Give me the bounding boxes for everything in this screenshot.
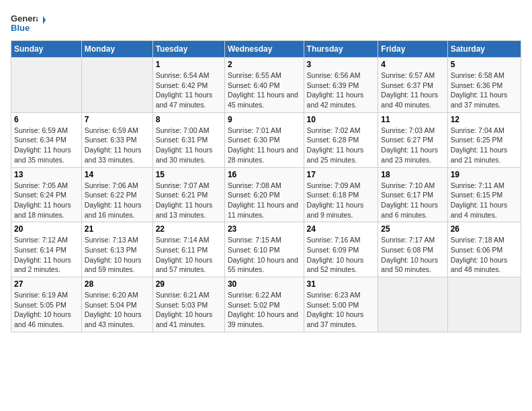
calendar-cell: 3 Sunrise: 6:56 AM Sunset: 6:39 PM Dayli…: [304, 58, 378, 113]
logo: General Blue: [11, 11, 46, 35]
calendar-cell: 17 Sunrise: 7:09 AM Sunset: 6:18 PM Dayl…: [304, 167, 378, 222]
day-number: 6: [14, 115, 79, 124]
day-info: Sunrise: 7:10 AM Sunset: 6:17 PM Dayligh…: [381, 181, 444, 220]
day-number: 1: [156, 60, 222, 69]
day-info: Sunrise: 6:56 AM Sunset: 6:39 PM Dayligh…: [307, 71, 375, 110]
week-row-1: 6 Sunrise: 6:59 AM Sunset: 6:34 PM Dayli…: [11, 112, 521, 167]
calendar-cell: 30 Sunrise: 6:22 AM Sunset: 5:02 PM Dayl…: [224, 277, 304, 332]
day-info: Sunrise: 7:02 AM Sunset: 6:28 PM Dayligh…: [307, 126, 375, 165]
calendar-cell: 1 Sunrise: 6:54 AM Sunset: 6:42 PM Dayli…: [152, 58, 224, 113]
header: General Blue: [11, 11, 521, 35]
day-number: 30: [228, 279, 301, 289]
svg-text:Blue: Blue: [11, 23, 30, 33]
day-number: 31: [307, 279, 375, 289]
day-info: Sunrise: 6:54 AM Sunset: 6:42 PM Dayligh…: [156, 71, 222, 110]
calendar-cell: 16 Sunrise: 7:08 AM Sunset: 6:20 PM Dayl…: [224, 167, 304, 222]
day-number: 15: [156, 170, 222, 179]
calendar-cell: 9 Sunrise: 7:01 AM Sunset: 6:30 PM Dayli…: [224, 112, 304, 167]
day-info: Sunrise: 7:17 AM Sunset: 6:08 PM Dayligh…: [381, 235, 444, 275]
day-info: Sunrise: 6:21 AM Sunset: 5:03 PM Dayligh…: [156, 290, 222, 330]
calendar-cell: 12 Sunrise: 7:04 AM Sunset: 6:25 PM Dayl…: [447, 112, 521, 167]
weekday-row: SundayMondayTuesdayWednesdayThursdayFrid…: [11, 41, 521, 58]
calendar-cell: 11 Sunrise: 7:03 AM Sunset: 6:27 PM Dayl…: [378, 112, 447, 167]
day-number: 4: [381, 60, 444, 69]
day-number: 7: [85, 115, 150, 124]
day-number: 29: [156, 279, 222, 289]
day-number: 23: [228, 224, 301, 234]
calendar-cell: 13 Sunrise: 7:05 AM Sunset: 6:24 PM Dayl…: [11, 167, 82, 222]
weekday-header-wednesday: Wednesday: [224, 41, 304, 58]
day-number: 26: [451, 224, 518, 234]
week-row-3: 20 Sunrise: 7:12 AM Sunset: 6:14 PM Dayl…: [11, 222, 521, 277]
day-info: Sunrise: 7:15 AM Sunset: 6:10 PM Dayligh…: [228, 235, 301, 275]
day-number: 28: [85, 279, 150, 289]
week-row-2: 13 Sunrise: 7:05 AM Sunset: 6:24 PM Dayl…: [11, 167, 521, 222]
day-number: 19: [451, 170, 518, 179]
day-info: Sunrise: 7:04 AM Sunset: 6:25 PM Dayligh…: [451, 126, 518, 165]
logo-arrow-icon: [32, 13, 46, 27]
calendar-table: SundayMondayTuesdayWednesdayThursdayFrid…: [11, 40, 521, 332]
day-info: Sunrise: 6:22 AM Sunset: 5:02 PM Dayligh…: [228, 290, 301, 330]
calendar-cell: 20 Sunrise: 7:12 AM Sunset: 6:14 PM Dayl…: [11, 222, 82, 277]
week-row-0: 1 Sunrise: 6:54 AM Sunset: 6:42 PM Dayli…: [11, 58, 521, 113]
day-number: 21: [85, 224, 150, 234]
day-info: Sunrise: 7:05 AM Sunset: 6:24 PM Dayligh…: [14, 181, 79, 220]
day-number: 18: [381, 170, 444, 179]
calendar-cell: 27 Sunrise: 6:19 AM Sunset: 5:05 PM Dayl…: [11, 277, 82, 332]
day-info: Sunrise: 7:08 AM Sunset: 6:20 PM Dayligh…: [228, 181, 301, 220]
day-number: 9: [228, 115, 301, 124]
day-number: 13: [14, 170, 79, 179]
day-info: Sunrise: 7:11 AM Sunset: 6:15 PM Dayligh…: [451, 181, 518, 220]
day-number: 12: [451, 115, 518, 124]
day-number: 16: [228, 170, 301, 179]
day-number: 27: [14, 279, 79, 289]
weekday-header-friday: Friday: [378, 41, 447, 58]
calendar-cell: [81, 58, 152, 113]
calendar-cell: 5 Sunrise: 6:58 AM Sunset: 6:36 PM Dayli…: [447, 58, 521, 113]
day-number: 22: [156, 224, 222, 234]
day-info: Sunrise: 7:07 AM Sunset: 6:21 PM Dayligh…: [156, 181, 222, 220]
calendar-cell: 25 Sunrise: 7:17 AM Sunset: 6:08 PM Dayl…: [378, 222, 447, 277]
day-info: Sunrise: 7:01 AM Sunset: 6:30 PM Dayligh…: [228, 126, 301, 165]
weekday-header-sunday: Sunday: [11, 41, 82, 58]
calendar-cell: 19 Sunrise: 7:11 AM Sunset: 6:15 PM Dayl…: [447, 167, 521, 222]
calendar-cell: 23 Sunrise: 7:15 AM Sunset: 6:10 PM Dayl…: [224, 222, 304, 277]
weekday-header-monday: Monday: [81, 41, 152, 58]
day-info: Sunrise: 6:57 AM Sunset: 6:37 PM Dayligh…: [381, 71, 444, 110]
calendar-cell: 18 Sunrise: 7:10 AM Sunset: 6:17 PM Dayl…: [378, 167, 447, 222]
weekday-header-tuesday: Tuesday: [152, 41, 224, 58]
day-info: Sunrise: 6:58 AM Sunset: 6:36 PM Dayligh…: [451, 71, 518, 110]
day-number: 14: [85, 170, 150, 179]
day-info: Sunrise: 7:03 AM Sunset: 6:27 PM Dayligh…: [381, 126, 444, 165]
calendar-cell: 26 Sunrise: 7:18 AM Sunset: 6:06 PM Dayl…: [447, 222, 521, 277]
day-info: Sunrise: 6:23 AM Sunset: 5:00 PM Dayligh…: [307, 290, 375, 330]
weekday-header-thursday: Thursday: [304, 41, 378, 58]
calendar-cell: [447, 277, 521, 332]
day-number: 8: [156, 115, 222, 124]
calendar-cell: 31 Sunrise: 6:23 AM Sunset: 5:00 PM Dayl…: [304, 277, 378, 332]
calendar-cell: 14 Sunrise: 7:06 AM Sunset: 6:22 PM Dayl…: [81, 167, 152, 222]
calendar-cell: 21 Sunrise: 7:13 AM Sunset: 6:13 PM Dayl…: [81, 222, 152, 277]
svg-marker-2: [35, 16, 46, 24]
day-number: 17: [307, 170, 375, 179]
calendar-cell: 24 Sunrise: 7:16 AM Sunset: 6:09 PM Dayl…: [304, 222, 378, 277]
calendar-cell: 28 Sunrise: 6:20 AM Sunset: 5:04 PM Dayl…: [81, 277, 152, 332]
day-info: Sunrise: 6:20 AM Sunset: 5:04 PM Dayligh…: [85, 290, 150, 330]
calendar-cell: 29 Sunrise: 6:21 AM Sunset: 5:03 PM Dayl…: [152, 277, 224, 332]
day-number: 10: [307, 115, 375, 124]
calendar-cell: [378, 277, 447, 332]
day-number: 3: [307, 60, 375, 69]
day-info: Sunrise: 7:00 AM Sunset: 6:31 PM Dayligh…: [156, 126, 222, 165]
calendar-body: 1 Sunrise: 6:54 AM Sunset: 6:42 PM Dayli…: [11, 58, 521, 332]
day-info: Sunrise: 7:18 AM Sunset: 6:06 PM Dayligh…: [451, 235, 518, 275]
calendar-cell: 22 Sunrise: 7:14 AM Sunset: 6:11 PM Dayl…: [152, 222, 224, 277]
calendar-cell: [11, 58, 82, 113]
calendar-header: SundayMondayTuesdayWednesdayThursdayFrid…: [11, 41, 521, 58]
day-info: Sunrise: 7:12 AM Sunset: 6:14 PM Dayligh…: [14, 235, 79, 275]
calendar-cell: 6 Sunrise: 6:59 AM Sunset: 6:34 PM Dayli…: [11, 112, 82, 167]
day-info: Sunrise: 6:59 AM Sunset: 6:33 PM Dayligh…: [85, 126, 150, 165]
day-number: 24: [307, 224, 375, 234]
day-info: Sunrise: 7:09 AM Sunset: 6:18 PM Dayligh…: [307, 181, 375, 220]
calendar-cell: 4 Sunrise: 6:57 AM Sunset: 6:37 PM Dayli…: [378, 58, 447, 113]
calendar-cell: 15 Sunrise: 7:07 AM Sunset: 6:21 PM Dayl…: [152, 167, 224, 222]
